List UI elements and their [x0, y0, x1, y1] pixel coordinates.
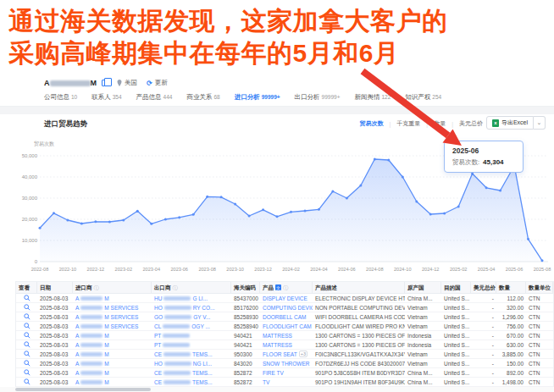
cell-product[interactable]: SNOW THROWER	[260, 359, 313, 368]
cell-importer[interactable]: AM SERVICES	[73, 322, 152, 331]
cell-exporter[interactable]: CETEMS...	[152, 350, 231, 359]
cell-product[interactable]: DISPLAY DEVICE	[260, 294, 313, 303]
data-point[interactable]	[150, 223, 152, 225]
cell-importer[interactable]: AM	[73, 359, 152, 368]
data-point[interactable]	[122, 219, 125, 222]
data-point[interactable]	[318, 208, 320, 211]
cell-importer[interactable]: AM SERVICES	[73, 303, 152, 312]
view-detail-icon[interactable]	[24, 295, 30, 301]
cell-exporter[interactable]: CETEMS...	[152, 368, 231, 378]
info-icon[interactable]: ⓘ	[173, 282, 178, 294]
view-detail-button[interactable]	[16, 378, 37, 387]
cell-product[interactable]: COMPUTING DEVICE	[260, 303, 313, 312]
view-detail-icon[interactable]	[24, 351, 30, 357]
metric-美元总价[interactable]: 美元总价	[459, 119, 483, 128]
cell-importer[interactable]: AM	[73, 294, 152, 303]
data-point[interactable]	[108, 221, 111, 224]
view-detail-icon[interactable]	[24, 332, 30, 339]
cell-exporter[interactable]: HORY CO...	[152, 303, 231, 312]
data-point[interactable]	[402, 176, 404, 179]
view-detail-button[interactable]	[16, 303, 37, 312]
data-point[interactable]	[290, 211, 292, 213]
data-point[interactable]	[346, 197, 348, 200]
data-point[interactable]	[234, 203, 236, 206]
view-detail-icon[interactable]	[24, 360, 30, 367]
view-detail-button[interactable]	[16, 312, 37, 322]
view-detail-icon[interactable]	[24, 341, 30, 348]
cell-product[interactable]: FLOOR SEAT+3	[260, 350, 313, 359]
cell-importer[interactable]: AM	[73, 340, 152, 350]
view-detail-icon[interactable]	[24, 313, 30, 320]
view-detail-button[interactable]	[16, 322, 37, 331]
cell-importer[interactable]: AM	[73, 368, 152, 378]
data-point[interactable]	[499, 190, 501, 192]
cell-product[interactable]: FLOODLIGHT CAM	[260, 322, 313, 331]
cell-product[interactable]: DOORBELL CAM	[260, 312, 313, 322]
product-more-badge[interactable]: +3	[299, 351, 307, 357]
view-detail-button[interactable]	[16, 350, 37, 359]
cell-product[interactable]: MATTRESS	[260, 331, 313, 340]
scrollbar-thumb[interactable]	[15, 388, 151, 391]
data-point[interactable]	[527, 238, 529, 240]
info-icon[interactable]: ⓘ	[94, 282, 99, 294]
cell-exporter[interactable]: PT	[152, 340, 231, 350]
data-point[interactable]	[359, 185, 362, 187]
cell-importer[interactable]: AM SERVICES	[73, 312, 152, 322]
cell-product[interactable]: TV	[260, 378, 313, 387]
copy-icon[interactable]	[102, 80, 108, 86]
cell-importer[interactable]: AM	[73, 378, 152, 387]
translate-icon[interactable]: 文	[275, 284, 281, 290]
cell-importer[interactable]: AM	[73, 350, 152, 359]
data-point[interactable]	[136, 210, 139, 213]
cell-exporter[interactable]: HONG LI...	[152, 359, 231, 368]
data-point[interactable]	[276, 215, 279, 218]
export-dropdown-button[interactable]: ⌄	[534, 116, 546, 130]
update-control[interactable]: ⟳ 更新	[147, 79, 168, 87]
horizontal-scrollbar[interactable]	[0, 387, 554, 392]
cell-exporter[interactable]: CETEMS...	[152, 378, 231, 387]
data-point[interactable]	[262, 208, 264, 211]
view-detail-button[interactable]	[16, 331, 37, 340]
data-point[interactable]	[178, 216, 180, 218]
data-point[interactable]	[80, 223, 83, 225]
data-point[interactable]	[206, 196, 208, 198]
export-excel-button[interactable]: x 导出Excel	[486, 116, 534, 130]
data-point[interactable]	[457, 206, 460, 208]
data-point[interactable]	[415, 201, 418, 203]
view-detail-icon[interactable]	[24, 304, 30, 311]
metric-贸易次数[interactable]: 贸易次数	[360, 119, 384, 128]
data-point[interactable]	[220, 196, 223, 198]
data-point[interactable]	[164, 218, 167, 221]
data-point[interactable]	[66, 219, 69, 222]
metric-千克重量[interactable]: 千克重量	[396, 119, 420, 128]
data-point[interactable]	[248, 215, 251, 218]
data-point[interactable]	[485, 186, 488, 189]
info-icon[interactable]: ⓘ	[283, 282, 288, 294]
view-detail-icon[interactable]	[24, 369, 30, 376]
metric-数量[interactable]: 数量	[434, 119, 446, 128]
data-point[interactable]	[374, 158, 376, 161]
data-point[interactable]	[331, 190, 334, 193]
cell-exporter[interactable]: PT	[152, 331, 231, 340]
data-point[interactable]	[39, 227, 42, 229]
cell-product[interactable]: FIRE TV	[260, 368, 313, 378]
data-point[interactable]	[94, 220, 97, 223]
data-point[interactable]	[304, 210, 307, 213]
view-detail-button[interactable]	[16, 359, 37, 368]
view-detail-icon[interactable]	[24, 378, 30, 385]
cell-exporter[interactable]: HUG LI...	[152, 294, 231, 303]
view-detail-icon[interactable]	[24, 323, 30, 329]
view-detail-button[interactable]	[16, 340, 37, 350]
cell-product[interactable]: MATTRESS	[260, 340, 313, 350]
view-detail-button[interactable]	[16, 368, 37, 378]
cell-importer[interactable]: AM	[73, 331, 152, 340]
cell-exporter[interactable]: GOGY V...	[152, 312, 231, 322]
data-point[interactable]	[541, 259, 544, 262]
view-detail-button[interactable]	[16, 294, 37, 303]
data-point[interactable]	[429, 213, 432, 216]
data-point[interactable]	[53, 212, 55, 214]
data-point[interactable]	[387, 159, 390, 162]
data-point[interactable]	[192, 213, 195, 216]
data-point[interactable]	[443, 213, 446, 215]
cell-exporter[interactable]: CLOGY ...	[152, 322, 231, 331]
